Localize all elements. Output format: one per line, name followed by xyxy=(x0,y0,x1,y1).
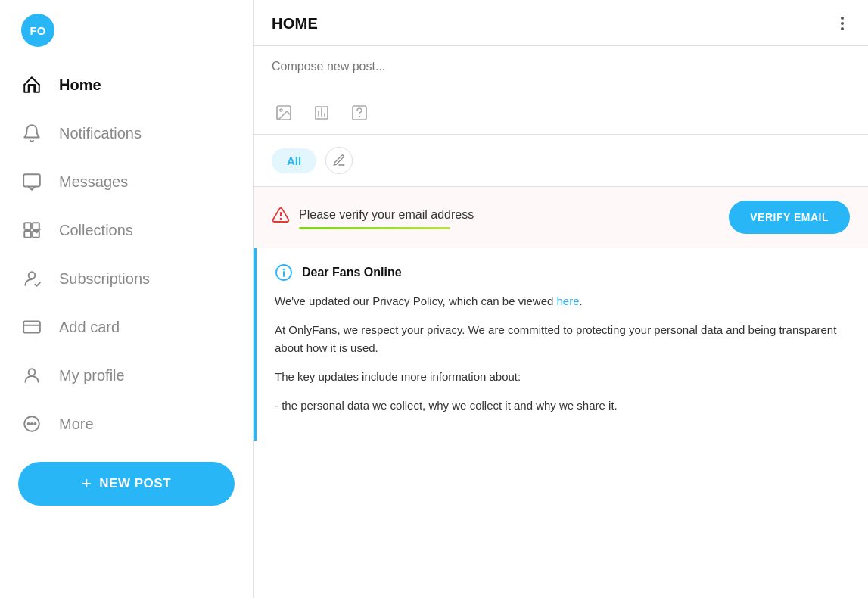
sidebar-item-collections[interactable]: Collections xyxy=(0,206,253,254)
sidebar-item-messages[interactable]: Messages xyxy=(0,157,253,206)
privacy-link[interactable]: here xyxy=(557,294,580,307)
sidebar-label-messages: Messages xyxy=(59,173,128,191)
svg-point-10 xyxy=(28,423,30,425)
compose-poll-button[interactable] xyxy=(310,101,334,125)
compose-input[interactable] xyxy=(272,60,850,87)
verify-text-area: Please verify your email address xyxy=(272,206,474,229)
page-title: HOME xyxy=(272,15,318,33)
compose-box xyxy=(254,46,868,135)
new-post-button[interactable]: + NEW POST xyxy=(18,462,235,506)
dot2 xyxy=(841,22,844,25)
privacy-title: Dear Fans Online xyxy=(302,266,402,279)
svg-rect-6 xyxy=(23,321,40,332)
feed: All Please verify your email address VER… xyxy=(254,135,868,598)
filter-all-button[interactable]: All xyxy=(272,148,316,173)
more-icon xyxy=(21,413,42,434)
svg-point-11 xyxy=(31,423,33,425)
svg-point-8 xyxy=(29,369,36,375)
verify-email-banner: Please verify your email address VERIFY … xyxy=(254,187,868,248)
profile-icon xyxy=(21,365,42,386)
info-icon xyxy=(275,263,293,282)
plus-icon: + xyxy=(82,475,92,492)
privacy-paragraph1: We've updated our Privacy Policy, which … xyxy=(275,292,850,310)
sidebar-label-subscriptions: Subscriptions xyxy=(59,270,150,288)
new-post-label: NEW POST xyxy=(99,476,171,491)
warning-icon xyxy=(272,206,290,224)
question-icon xyxy=(350,104,369,122)
main-header: HOME xyxy=(254,0,868,46)
verify-text-row: Please verify your email address xyxy=(272,206,474,224)
dot3 xyxy=(841,27,844,30)
more-options-button[interactable] xyxy=(835,14,850,33)
sidebar: FO Home Notifications Messages Collectio… xyxy=(0,0,254,598)
poll-icon xyxy=(313,104,331,122)
subscriptions-icon xyxy=(21,268,42,289)
filter-bar: All xyxy=(254,135,868,187)
image-icon xyxy=(275,104,293,122)
privacy-paragraph3: The key updates include more information… xyxy=(275,368,850,386)
svg-point-14 xyxy=(280,109,282,111)
privacy-header: Dear Fans Online xyxy=(275,263,850,282)
sidebar-label-notifications: Notifications xyxy=(59,125,142,142)
collections-icon xyxy=(21,220,42,241)
sidebar-item-more[interactable]: More xyxy=(0,400,253,448)
main-content: HOME All xyxy=(254,0,868,598)
bell-icon xyxy=(21,123,42,144)
sidebar-item-add-card[interactable]: Add card xyxy=(0,303,253,351)
filter-edit-button[interactable] xyxy=(325,147,353,174)
home-icon xyxy=(21,74,42,95)
svg-rect-0 xyxy=(23,174,40,186)
sidebar-label-add-card: Add card xyxy=(59,319,120,336)
card-icon xyxy=(21,316,42,338)
sidebar-item-my-profile[interactable]: My profile xyxy=(0,351,253,400)
svg-rect-2 xyxy=(33,223,39,229)
sidebar-label-home: Home xyxy=(59,76,101,94)
sidebar-item-notifications[interactable]: Notifications xyxy=(0,109,253,157)
verify-email-button[interactable]: VERIFY EMAIL xyxy=(729,201,850,234)
sidebar-label-more: More xyxy=(59,416,94,433)
message-icon xyxy=(21,171,42,192)
compose-question-button[interactable] xyxy=(347,101,372,125)
verify-text: Please verify your email address xyxy=(299,208,474,222)
svg-point-12 xyxy=(34,423,36,425)
sidebar-label-collections: Collections xyxy=(59,222,133,239)
svg-rect-1 xyxy=(24,223,31,229)
svg-point-5 xyxy=(29,272,36,279)
privacy-body: We've updated our Privacy Policy, which … xyxy=(275,292,850,415)
sidebar-item-subscriptions[interactable]: Subscriptions xyxy=(0,254,253,303)
sidebar-item-home[interactable]: Home xyxy=(0,61,253,109)
privacy-paragraph4: - the personal data we collect, why we c… xyxy=(275,397,850,415)
privacy-paragraph2: At OnlyFans, we respect your privacy. We… xyxy=(275,321,850,357)
sidebar-label-my-profile: My profile xyxy=(59,367,125,385)
verify-underline xyxy=(299,227,450,229)
svg-rect-3 xyxy=(24,231,31,238)
privacy-notice: Dear Fans Online We've updated our Priva… xyxy=(254,248,868,441)
pencil-icon xyxy=(332,154,346,167)
compose-actions xyxy=(272,101,850,125)
dot1 xyxy=(841,17,844,20)
compose-image-button[interactable] xyxy=(272,101,296,125)
avatar[interactable]: FO xyxy=(21,14,54,47)
